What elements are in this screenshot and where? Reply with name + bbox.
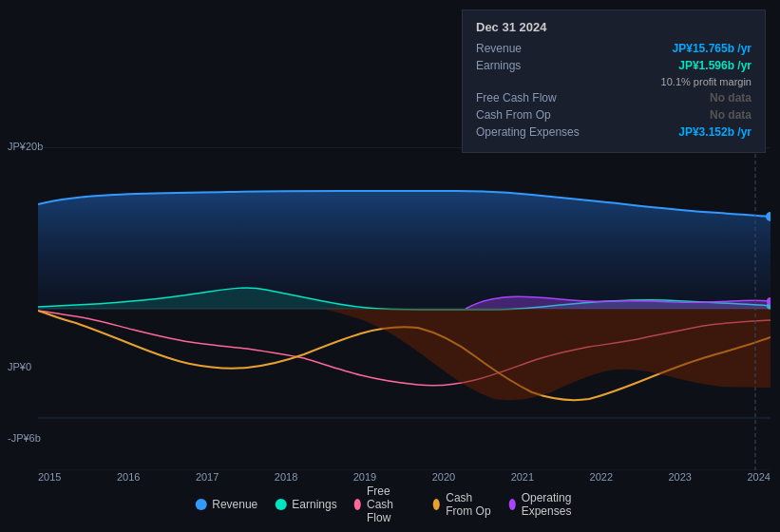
tooltip-label-opex: Operating Expenses bbox=[476, 125, 599, 139]
legend-item-earnings[interactable]: Earnings bbox=[275, 498, 336, 511]
legend-item-revenue[interactable]: Revenue bbox=[195, 498, 257, 511]
legend-item-opex[interactable]: Operating Expenses bbox=[508, 491, 584, 518]
tooltip-box: Dec 31 2024 Revenue JP¥15.765b /yr Earni… bbox=[462, 10, 766, 153]
chart-container: Dec 31 2024 Revenue JP¥15.765b /yr Earni… bbox=[0, 0, 780, 532]
tooltip-title: Dec 31 2024 bbox=[476, 20, 751, 34]
tooltip-row-cashop: Cash From Op No data bbox=[476, 108, 751, 122]
x-label-2020: 2020 bbox=[432, 471, 455, 483]
x-label-2016: 2016 bbox=[117, 471, 140, 483]
tooltip-label-revenue: Revenue bbox=[476, 42, 599, 55]
tooltip-row-fcf: Free Cash Flow No data bbox=[476, 91, 751, 104]
legend-label-opex: Operating Expenses bbox=[522, 491, 585, 518]
x-labels: 2015 2016 2017 2018 2019 2020 2021 2022 … bbox=[38, 471, 770, 483]
tooltip-label-cashop: Cash From Op bbox=[476, 108, 599, 122]
x-label-2018: 2018 bbox=[275, 471, 297, 483]
tooltip-row-opex: Operating Expenses JP¥3.152b /yr bbox=[476, 125, 751, 139]
x-label-2021: 2021 bbox=[511, 471, 534, 483]
tooltip-value-fcf: No data bbox=[710, 91, 751, 104]
tooltip-value-cashop: No data bbox=[710, 108, 751, 122]
y-label-bot: -JP¥6b bbox=[8, 432, 41, 444]
tooltip-value-earnings: JP¥1.596b /yr bbox=[678, 59, 751, 72]
tooltip-value-margin: 10.1% profit margin bbox=[661, 76, 751, 87]
tooltip-value-opex: JP¥3.152b /yr bbox=[678, 125, 751, 139]
legend: Revenue Earnings Free Cash Flow Cash Fro… bbox=[195, 484, 585, 524]
legend-label-revenue: Revenue bbox=[212, 498, 257, 511]
tooltip-value-revenue: JP¥15.765b /yr bbox=[673, 42, 751, 55]
legend-dot-fcf bbox=[354, 499, 361, 510]
legend-label-cashop: Cash From Op bbox=[446, 491, 491, 518]
x-label-2017: 2017 bbox=[196, 471, 219, 483]
legend-item-cashop[interactable]: Cash From Op bbox=[433, 491, 491, 518]
legend-dot-opex bbox=[508, 499, 515, 510]
x-label-2022: 2022 bbox=[590, 471, 613, 483]
tooltip-label-fcf: Free Cash Flow bbox=[476, 91, 599, 104]
tooltip-label-earnings: Earnings bbox=[476, 59, 599, 72]
legend-dot-cashop bbox=[433, 499, 440, 510]
tooltip-row-earnings: Earnings JP¥1.596b /yr bbox=[476, 59, 751, 72]
legend-item-fcf[interactable]: Free Cash Flow bbox=[354, 484, 416, 524]
x-label-2019: 2019 bbox=[353, 471, 376, 483]
main-chart bbox=[38, 147, 770, 470]
x-label-2023: 2023 bbox=[669, 471, 692, 483]
tooltip-row-margin: 10.1% profit margin bbox=[476, 76, 751, 87]
legend-label-earnings: Earnings bbox=[292, 498, 336, 511]
y-label-mid: JP¥0 bbox=[8, 361, 31, 372]
x-label-2015: 2015 bbox=[38, 471, 61, 483]
tooltip-row-revenue: Revenue JP¥15.765b /yr bbox=[476, 42, 751, 55]
legend-dot-revenue bbox=[195, 499, 206, 510]
legend-label-fcf: Free Cash Flow bbox=[367, 484, 416, 524]
legend-dot-earnings bbox=[275, 499, 286, 510]
x-label-2024: 2024 bbox=[747, 471, 770, 483]
